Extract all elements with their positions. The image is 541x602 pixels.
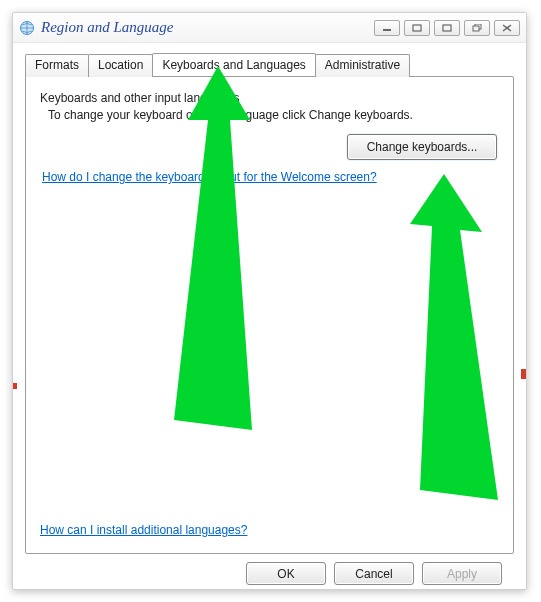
- restore-button[interactable]: [404, 20, 430, 36]
- window-controls: [374, 20, 520, 36]
- decorative-mark: [521, 369, 526, 379]
- globe-icon: [19, 20, 35, 36]
- help-link-welcome-screen[interactable]: How do I change the keyboard layout for …: [42, 170, 377, 184]
- minimize-button[interactable]: [374, 20, 400, 36]
- section-body: To change your keyboard or input languag…: [48, 108, 499, 122]
- tab-location[interactable]: Location: [88, 54, 153, 77]
- svg-rect-3: [443, 25, 451, 31]
- tabstrip: Formats Location Keyboards and Languages…: [25, 53, 514, 76]
- close-button[interactable]: [494, 20, 520, 36]
- dialog-window: Region and Language Formats Location Key…: [12, 12, 527, 590]
- cancel-button[interactable]: Cancel: [334, 562, 414, 585]
- tab-panel: Keyboards and other input languages To c…: [25, 76, 514, 554]
- change-keyboards-button[interactable]: Change keyboards...: [347, 134, 497, 160]
- button-bar: OK Cancel Apply: [25, 554, 514, 587]
- restore2-button[interactable]: [464, 20, 490, 36]
- tab-keyboards-languages[interactable]: Keyboards and Languages: [152, 53, 315, 76]
- maximize-button[interactable]: [434, 20, 460, 36]
- section-heading: Keyboards and other input languages: [40, 91, 499, 105]
- titlebar: Region and Language: [13, 13, 526, 43]
- ok-button[interactable]: OK: [246, 562, 326, 585]
- svg-rect-2: [413, 25, 421, 31]
- content-area: Formats Location Keyboards and Languages…: [13, 43, 526, 595]
- svg-rect-5: [473, 26, 479, 31]
- decorative-mark: [13, 383, 17, 389]
- help-link-install-languages[interactable]: How can I install additional languages?: [40, 523, 247, 537]
- window-title: Region and Language: [41, 19, 374, 36]
- apply-button[interactable]: Apply: [422, 562, 502, 585]
- tab-administrative[interactable]: Administrative: [315, 54, 410, 77]
- svg-rect-1: [383, 29, 391, 31]
- tab-formats[interactable]: Formats: [25, 54, 89, 77]
